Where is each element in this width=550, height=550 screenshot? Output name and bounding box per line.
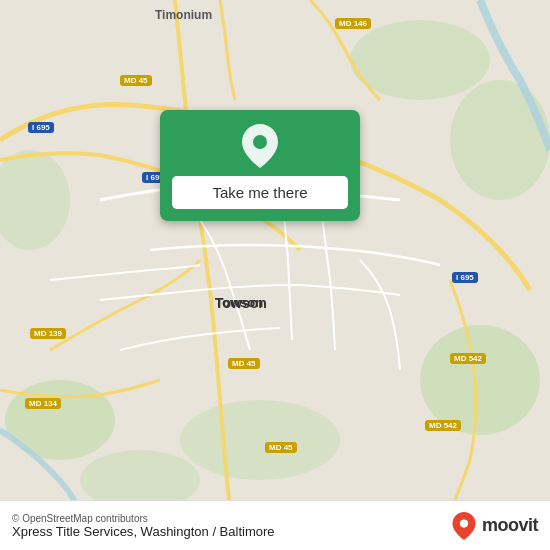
svg-point-6: [180, 400, 340, 480]
svg-point-2: [420, 325, 540, 435]
map-svg: [0, 0, 550, 500]
app: Towson Towson Timonium MD 146 MD 45 MD 4…: [0, 0, 550, 550]
popup-card: Take me there: [160, 110, 360, 221]
popup-pin: [240, 126, 280, 166]
moovit-logo: moovit: [450, 512, 538, 540]
place-info: Xpress Title Services, Washington / Balt…: [12, 524, 275, 539]
place-name: Xpress Title Services: [12, 524, 133, 539]
bottom-bar: © OpenStreetMap contributors Xpress Titl…: [0, 500, 550, 550]
svg-point-4: [450, 80, 550, 200]
place-region: Washington / Baltimore: [141, 524, 275, 539]
svg-point-9: [460, 519, 468, 527]
map-container: Towson Towson Timonium MD 146 MD 45 MD 4…: [0, 0, 550, 500]
osm-credit: © OpenStreetMap contributors: [12, 513, 275, 524]
svg-point-8: [253, 135, 267, 149]
moovit-text: moovit: [482, 515, 538, 536]
moovit-pin-icon: [450, 512, 478, 540]
bottom-left: © OpenStreetMap contributors Xpress Titl…: [12, 513, 275, 539]
take-me-there-button[interactable]: Take me there: [172, 176, 348, 209]
place-separator: ,: [133, 524, 140, 539]
